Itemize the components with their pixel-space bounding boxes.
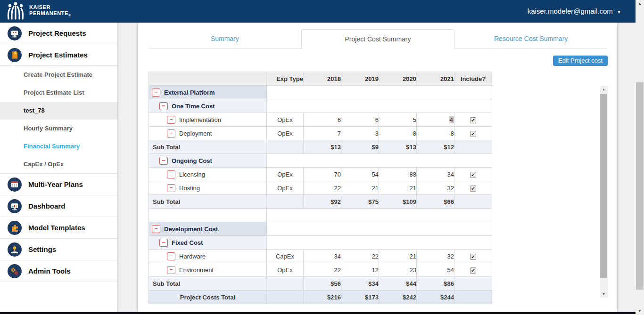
tab-summary[interactable]: Summary — [149, 29, 301, 48]
browser-scrollbar-thumb[interactable] — [636, 82, 644, 290]
include-checkbox[interactable]: ✔ — [470, 117, 476, 123]
project-requests-icon — [8, 26, 22, 40]
value-cell-2021[interactable]: 32 — [417, 250, 454, 263]
col-header-exp-type: Exp Type — [267, 72, 304, 86]
kp-people-arch-icon — [6, 2, 25, 21]
logo-text: KAISER PERMANENTE® — [29, 4, 71, 18]
sidebar-item-dashboard[interactable]: Dashboard — [0, 195, 117, 217]
user-account-menu[interactable]: kaiser.modeler@gmail.com ▾ — [528, 0, 620, 23]
scroll-up-icon[interactable]: ▲ — [600, 86, 608, 93]
value-cell-2018[interactable]: 6 — [304, 113, 341, 127]
sidebar-item-model-templates[interactable]: Model Templates — [0, 217, 117, 239]
collapse-minus-icon[interactable]: − — [159, 239, 168, 247]
value-cell-2018[interactable]: 70 — [304, 168, 341, 181]
collapse-minus-icon[interactable]: − — [167, 129, 175, 137]
table-row-one-time-cost: − One Time Cost — [149, 99, 492, 113]
value-cell-2019[interactable]: 12 — [341, 263, 379, 277]
edit-project-cost-button[interactable]: Edit Project cost — [553, 56, 608, 66]
value-cell-2021-selected[interactable]: 4 — [417, 113, 454, 127]
value-cell-2020[interactable]: 23 — [379, 263, 417, 277]
sidebar-subitem-create-project-estimate[interactable]: Create Project Estimate — [0, 66, 117, 84]
row-label: Deployment — [179, 130, 212, 137]
project-estimates-submenu: Create Project Estimate Project Estimate… — [0, 66, 117, 174]
project-cost-table: Exp Type 2018 2019 2020 2021 Include? − … — [149, 72, 492, 304]
value-cell-2019[interactable]: 3 — [341, 127, 379, 140]
scroll-down-icon[interactable]: ▼ — [636, 307, 644, 315]
value-cell-2021[interactable]: 32 — [417, 181, 454, 195]
browser-scrollbar[interactable]: ▲ ▼ — [636, 0, 644, 315]
value-cell-2018[interactable]: 22 — [304, 263, 341, 277]
collapse-minus-icon[interactable]: − — [167, 266, 175, 274]
value-cell-2021[interactable]: 34 — [417, 168, 454, 181]
sidebar-item-settings[interactable]: Settings — [0, 239, 117, 260]
subtotal-2019: $9 — [341, 140, 379, 154]
subtotal-2021: $12 — [417, 140, 454, 154]
sidebar-item-project-estimates[interactable]: Project Estimates — [0, 44, 117, 66]
collapse-minus-icon[interactable]: − — [152, 225, 160, 233]
value-cell-2018[interactable]: 34 — [304, 250, 341, 263]
caret-down-icon: ▾ — [618, 8, 620, 15]
include-checkbox[interactable]: ✔ — [470, 267, 476, 274]
exp-type-cell: OpEx — [267, 263, 304, 277]
collapse-minus-icon[interactable]: − — [159, 157, 168, 165]
collapse-minus-icon[interactable]: − — [152, 89, 160, 97]
include-checkbox[interactable]: ✔ — [470, 254, 476, 260]
value-cell-2020[interactable]: 88 — [379, 168, 417, 181]
include-checkbox[interactable]: ✔ — [470, 131, 476, 137]
include-checkbox[interactable]: ✔ — [470, 172, 476, 178]
value-cell-2018[interactable]: 7 — [304, 127, 341, 140]
table-scrollbar[interactable]: ▲ ▼ — [600, 86, 608, 298]
collapse-minus-icon[interactable]: − — [167, 252, 175, 260]
value-cell-2021[interactable]: 8 — [417, 127, 454, 140]
sidebar-item-label: Multi-Year Plans — [28, 180, 83, 188]
table-header-row: Exp Type 2018 2019 2020 2021 Include? — [149, 72, 492, 86]
value-cell-2020[interactable]: 8 — [379, 127, 417, 140]
value-cell-2020[interactable]: 21 — [379, 181, 417, 195]
value-cell-2019[interactable]: 22 — [341, 250, 379, 263]
table-row-implementation: − Implementation OpEx 6 6 5 4 ✔ — [149, 113, 492, 127]
scroll-down-icon[interactable]: ▼ — [600, 291, 608, 298]
scroll-up-icon[interactable]: ▲ — [636, 0, 644, 8]
value-cell-2019[interactable]: 21 — [341, 181, 379, 195]
footer-edge — [0, 312, 636, 314]
value-cell-2021[interactable]: 54 — [417, 263, 454, 277]
tab-resource-cost-summary[interactable]: Resource Cost Summary — [454, 29, 607, 48]
collapse-minus-icon[interactable]: − — [159, 102, 168, 110]
col-header-blank — [149, 72, 267, 86]
subtotal-2020: $109 — [379, 195, 417, 209]
sidebar-item-multi-year-plans[interactable]: Multi-Year Plans — [0, 174, 117, 195]
value-cell-2020[interactable]: 5 — [379, 113, 417, 127]
sidebar-subitem-test-78[interactable]: test_78 — [0, 102, 117, 120]
include-checkbox[interactable]: ✔ — [470, 186, 476, 192]
sidebar-subitem-capex-opex[interactable]: CapEx / OpEx — [0, 155, 117, 173]
table-row-licensing: − Licensing OpEx 70 54 88 34 ✔ — [149, 168, 492, 181]
total-label: Project Costs Total — [149, 291, 267, 304]
col-header-2019[interactable]: 2019 — [341, 72, 379, 86]
sidebar-item-admin-tools[interactable]: Admin Tools — [0, 260, 117, 282]
collapse-minus-icon[interactable]: − — [167, 116, 175, 124]
col-header-2018[interactable]: 2018 — [304, 72, 341, 86]
col-header-2020[interactable]: 2020 — [379, 72, 417, 86]
sidebar-subitem-financial-summary[interactable]: Financial Summary — [0, 137, 117, 155]
exp-type-cell: OpEx — [267, 113, 304, 127]
admin-tools-icon — [8, 264, 22, 278]
table-row-subtotal-one-time: Sub Total $13 $9 $13 $12 — [149, 140, 492, 154]
table-row-project-costs-total: Project Costs Total $216 $173 $242 $244 — [149, 291, 492, 304]
multi-year-plans-icon — [8, 178, 22, 192]
value-cell-2018[interactable]: 22 — [304, 181, 341, 195]
collapse-minus-icon[interactable]: − — [167, 184, 175, 192]
sidebar-item-label: Project Estimates — [28, 51, 88, 59]
group-label: Development Cost — [164, 226, 218, 233]
table-scrollbar-thumb[interactable] — [600, 94, 607, 278]
sidebar-subitem-project-estimate-list[interactable]: Project Estimate List — [0, 84, 117, 102]
value-cell-2019[interactable]: 54 — [341, 168, 379, 181]
sidebar-item-project-requests[interactable]: Project Requests — [0, 23, 117, 44]
kaiser-permanente-logo: KAISER PERMANENTE® — [6, 2, 71, 21]
tab-project-cost-summary[interactable]: Project Cost Summary — [301, 29, 455, 49]
value-cell-2020[interactable]: 21 — [379, 250, 417, 263]
settings-icon — [8, 242, 22, 257]
col-header-2021[interactable]: 2021 — [417, 72, 454, 86]
collapse-minus-icon[interactable]: − — [167, 170, 175, 178]
sidebar-subitem-hourly-summary[interactable]: Hourly Summary — [0, 120, 117, 137]
value-cell-2019[interactable]: 6 — [341, 113, 379, 127]
